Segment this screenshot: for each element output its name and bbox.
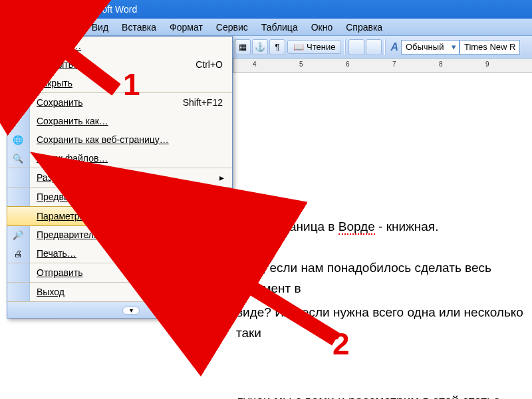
titlebar: W Документ1 - Microsoft Word — [0, 0, 532, 19]
menu-help[interactable]: Справка — [339, 21, 389, 34]
menu-item-close[interactable]: Закрыть — [7, 74, 232, 93]
save-web-icon: 🌐 — [11, 133, 25, 146]
menu-item-page-setup[interactable]: Параметры страницы… — [7, 206, 233, 226]
toolbar-separator — [344, 39, 346, 55]
file-menu-dropdown: 📄 Создать… 📂 Открыть… Ctrl+O Закрыть 💾 С… — [7, 36, 233, 319]
menu-file[interactable]: Файл — [4, 21, 40, 34]
doc-paragraph: лучаи мы с вами и рассмотрим в этой стат… — [13, 391, 532, 399]
menu-label: Разрешения — [37, 172, 90, 183]
style-value: Обычный — [406, 42, 444, 52]
reading-label: Чтение — [307, 42, 335, 52]
menu-label: Поиск файлов… — [37, 153, 108, 164]
save-icon: 💾 — [11, 96, 25, 109]
style-icon: A — [388, 41, 401, 53]
shortcut: Ctrl+O — [196, 59, 223, 70]
menubar: Файл Правка Вид Вставка Формат Сервис Та… — [0, 19, 532, 36]
menu-label: Предварительный просмотр веб-страницы — [37, 192, 221, 202]
menu-insert[interactable]: Вставка — [115, 21, 163, 34]
menu-label: Сохранить как… — [37, 116, 108, 126]
search-icon: 🔍 — [11, 152, 25, 165]
menu-label: Закрыть — [37, 78, 72, 88]
menu-item-saveweb[interactable]: 🌐 Сохранить как веб-страницу… — [7, 130, 232, 149]
menu-item-print[interactable]: 🖨 Печать… Ctrl+P — [7, 244, 232, 263]
menu-view[interactable]: Вид — [85, 21, 115, 34]
toolbar-paragraph-button[interactable]: ¶ — [269, 39, 285, 55]
toolbar-separator — [384, 39, 386, 55]
new-doc-icon: 📄 — [11, 39, 25, 53]
open-folder-icon: 📂 — [11, 58, 25, 71]
book-icon: 📖 — [293, 43, 304, 51]
menu-label: Создать… — [37, 41, 81, 51]
preview-icon: 🔎 — [11, 228, 25, 241]
toolbar-button[interactable]: ⚓ — [252, 39, 268, 55]
menu-label: Открыть… — [37, 59, 82, 70]
pilcrow-icon: ¶ — [275, 43, 280, 51]
menu-label: Предварительный просмотр — [37, 229, 159, 240]
word-app-icon: W — [4, 3, 16, 15]
menu-item-new[interactable]: 📄 Создать… — [7, 37, 232, 55]
menu-table[interactable]: Таблица — [255, 21, 305, 34]
font-selector[interactable]: Times New R — [460, 40, 521, 55]
anchor-icon: ⚓ — [255, 43, 265, 51]
style-selector[interactable]: Обычный — [401, 40, 460, 55]
ruler-number: 5 — [299, 61, 303, 68]
toolbar-button[interactable] — [348, 39, 364, 55]
menu-label: Сохранить — [37, 97, 83, 108]
menu-label: Отправить — [37, 267, 82, 278]
font-value: Times New R — [464, 42, 516, 52]
ruler-number: 4 — [253, 61, 257, 68]
menu-item-search[interactable]: 🔍 Поиск файлов… — [7, 149, 232, 168]
menu-format[interactable]: Формат — [163, 21, 209, 34]
submenu-arrow-icon: ▸ — [219, 172, 224, 183]
ruler-number: 8 — [439, 61, 443, 68]
menu-label: Печать… — [37, 248, 76, 259]
menu-overflow-chevron[interactable]: ▾ — [7, 302, 232, 318]
ruler-number: 6 — [346, 61, 350, 68]
toolbar-button[interactable] — [366, 39, 382, 55]
menu-item-exit[interactable]: Выход — [7, 283, 232, 302]
ruler-number: 7 — [392, 61, 396, 68]
shortcut: Ctrl+P — [197, 248, 223, 259]
menu-item-preview[interactable]: 🔎 Предварительный просмотр — [7, 225, 232, 244]
menu-label: Выход — [37, 287, 65, 297]
reading-layout-button[interactable]: 📖 Чтение — [287, 40, 341, 54]
grid-icon: ▦ — [239, 43, 247, 51]
menu-window[interactable]: Окно — [305, 21, 340, 34]
window-title: Документ1 - Microsoft Word — [20, 4, 137, 15]
menu-item-open[interactable]: 📂 Открыть… Ctrl+O — [7, 55, 232, 74]
submenu-arrow-icon: ▸ — [219, 267, 224, 278]
chevron-down-icon: ▾ — [122, 307, 140, 315]
shortcut: Shift+F12 — [183, 97, 223, 108]
menu-label: Параметры страницы… — [37, 211, 140, 221]
menu-edit[interactable]: Правка — [40, 21, 84, 34]
menu-item-permissions[interactable]: Разрешения ▸ — [7, 168, 232, 188]
ruler-number: 9 — [485, 61, 489, 68]
menu-label: Сохранить как веб-страницу… — [37, 134, 169, 145]
menu-item-save[interactable]: 💾 Сохранить Shift+F12 — [7, 93, 232, 112]
menu-item-saveas[interactable]: Сохранить как… — [7, 112, 232, 130]
menu-item-web-preview[interactable]: Предварительный просмотр веб-страницы — [7, 188, 232, 207]
toolbar-button[interactable]: ▦ — [235, 39, 251, 55]
spelling-error: Ворде — [338, 219, 375, 235]
menu-tools[interactable]: Сервис — [209, 21, 255, 34]
menu-item-send[interactable]: Отправить ▸ — [7, 263, 232, 283]
print-icon: 🖨 — [11, 247, 25, 260]
